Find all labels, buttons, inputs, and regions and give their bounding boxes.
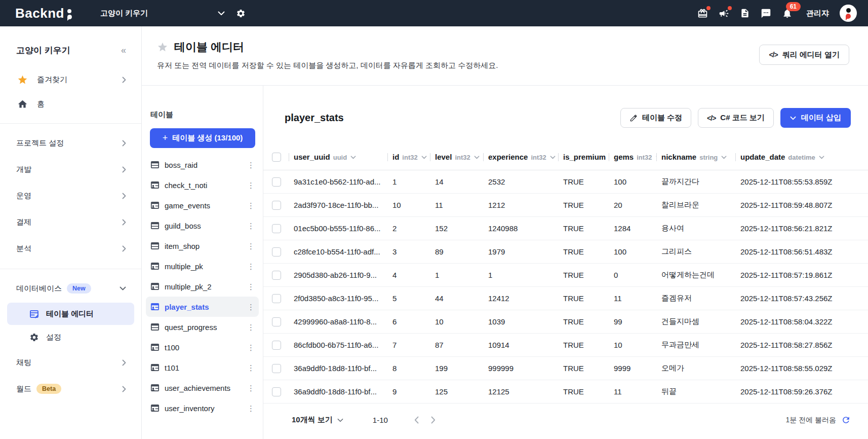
release-notes-icon[interactable] [740,8,750,18]
sidebar-project-title: 고양이 키우기 [16,45,70,56]
kebab-menu-icon[interactable]: ⋮ [247,161,255,169]
sidebar-item-table-editor[interactable]: 테이블 에디터 [7,303,134,325]
column-header[interactable]: gemsint32 [609,144,656,170]
announcement-icon[interactable] [719,8,729,19]
sidebar-item-favorites[interactable]: 즐겨찾기 [0,67,141,92]
table-list-item[interactable]: check_t_noti ⋮ [146,175,259,195]
cell-user-uuid: 2ad3f970-18ce-11f0-bb... [289,193,387,216]
kebab-menu-icon[interactable]: ⋮ [247,384,255,392]
next-page-button[interactable] [431,416,436,424]
table-list-item[interactable]: multiple_pk ⋮ [146,256,259,276]
sort-chevron-icon [721,156,727,159]
cell-nickname: 오메가 [656,356,735,380]
kebab-menu-icon[interactable]: ⋮ [247,323,255,331]
kebab-menu-icon[interactable]: ⋮ [247,283,255,290]
kebab-menu-icon[interactable]: ⋮ [247,202,255,209]
cell-id: 3 [387,240,430,263]
chevron-right-icon [122,166,126,173]
kebab-menu-icon[interactable]: ⋮ [247,364,255,372]
kebab-menu-icon[interactable]: ⋮ [247,242,255,250]
project-settings-gear-icon[interactable] [236,9,246,18]
column-header[interactable]: idint32 [387,144,430,170]
chevron-right-icon [122,193,126,199]
project-selector[interactable]: 고양이 키우기 [100,9,225,18]
tables-panel: 테이블 + 테이블 생성 (13/100) boss_raid ⋮ [142,86,263,439]
column-header[interactable]: experienceint32 [483,144,558,170]
row-checkbox[interactable] [272,201,281,210]
table-list-item[interactable]: item_shop ⋮ [146,236,259,256]
row-checkbox[interactable] [272,177,281,187]
row-checkbox[interactable] [272,364,281,373]
table-list-item[interactable]: user_achievements ⋮ [146,378,259,398]
backnd-logo[interactable]: Backnd [15,7,72,20]
column-header[interactable]: user_uuiduuid [289,144,387,170]
logo-mark-icon [67,9,72,20]
open-query-editor-button[interactable]: </> 쿼리 에디터 열기 [759,45,849,65]
kebab-menu-icon[interactable]: ⋮ [247,263,255,270]
favorite-star-icon[interactable] [157,42,168,53]
row-checkbox[interactable] [272,224,281,233]
prev-page-button[interactable] [414,416,419,424]
sidebar-group-chat[interactable]: 채팅 [0,349,141,376]
cell-experience: 2532 [483,170,558,193]
kebab-menu-icon[interactable]: ⋮ [247,181,255,189]
create-table-button[interactable]: + 테이블 생성 (13/100) [150,128,255,148]
last-loaded-text: 1분 전에 불러옴 [785,416,836,425]
kebab-menu-icon[interactable]: ⋮ [247,405,255,412]
cell-id: 7 [387,333,430,356]
sidebar-item-home[interactable]: 홈 [0,92,141,116]
table-name: user_inventory [165,404,214,413]
table-list-item[interactable]: multiple_pk_2 ⋮ [146,276,259,297]
table-list-item[interactable]: quest_progress ⋮ [146,317,259,337]
insert-data-button[interactable]: 데이터 삽입 [780,108,851,128]
cell-user-uuid: 42999960-a8a8-11f0-8... [289,310,387,333]
kebab-menu-icon[interactable]: ⋮ [247,222,255,230]
row-range: 1-10 [373,416,388,424]
page-size-select[interactable]: 10개씩 보기 [292,415,343,425]
cell-gems: 100 [609,240,656,263]
cell-gems: 9999 [609,356,656,380]
row-checkbox[interactable] [272,247,281,257]
column-header[interactable]: nicknamestring [656,144,735,170]
row-checkbox[interactable] [272,271,281,280]
cell-experience: 1212 [483,193,558,216]
chat-support-icon[interactable] [761,8,771,19]
avatar[interactable] [840,5,857,22]
column-header[interactable]: levelint32 [430,144,483,170]
sidebar-group-database[interactable]: 데이터베이스 New [0,275,141,302]
select-all-checkbox[interactable] [272,153,281,162]
column-header[interactable]: is_premium [558,144,609,170]
bell-icon[interactable]: 61 [782,8,793,19]
table-list-item[interactable]: boss_raid ⋮ [146,155,259,175]
edit-table-button[interactable]: 테이블 수정 [620,108,691,128]
sidebar-group-world[interactable]: 월드 Beta [0,376,141,402]
gift-icon[interactable] [697,8,708,19]
table-list-item[interactable]: player_stats ⋮ [146,297,259,317]
sidebar-group-label: 데이터베이스 [16,284,62,294]
kebab-menu-icon[interactable]: ⋮ [247,344,255,351]
cell-update-date: 2025-12-11T08:59:48.807Z [735,193,868,216]
table-list-item[interactable]: game_events ⋮ [146,195,259,215]
row-checkbox[interactable] [272,294,281,303]
view-csharp-code-button[interactable]: </> C# 코드 보기 [698,108,774,128]
sidebar-collapse-button[interactable]: « [121,45,126,56]
refresh-icon[interactable] [841,415,851,425]
row-checkbox[interactable] [272,341,281,350]
sidebar-group[interactable]: 분석 [0,235,141,262]
sidebar-group[interactable]: 결제 [0,209,141,235]
sidebar-group[interactable]: 개발 [0,156,141,182]
sidebar-group[interactable]: 운영 [0,182,141,209]
table-list-item[interactable]: t100 ⋮ [146,337,259,357]
table-row: 9a31c1e0-b562-11f0-ad... 1 14 2532 TRUE … [263,170,868,193]
sidebar-item-db-settings[interactable]: 설정 [7,326,134,348]
table-list-item[interactable]: t101 ⋮ [146,357,259,378]
sidebar-group[interactable]: 프로젝트 설정 [0,130,141,156]
column-header[interactable]: update_datedatetime [735,144,868,170]
table-list-item[interactable]: user_inventory ⋮ [146,398,259,418]
cell-gems: 0 [609,263,656,286]
row-checkbox[interactable] [272,387,281,396]
table-list-item[interactable]: guild_boss ⋮ [146,215,259,236]
kebab-menu-icon[interactable]: ⋮ [247,303,255,311]
cell-level: 125 [430,380,483,403]
row-checkbox[interactable] [272,317,281,326]
